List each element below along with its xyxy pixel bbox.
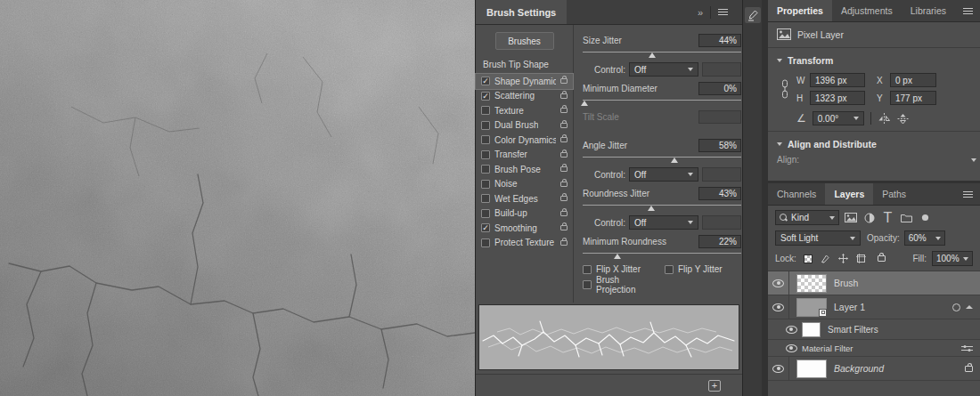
minimum-diameter-value[interactable]: 0% [698,82,741,95]
checkbox[interactable] [583,280,592,289]
visibility-toggle[interactable] [768,271,789,295]
slider-thumb[interactable] [614,254,621,259]
checkbox[interactable] [481,106,490,115]
angle-jitter-value[interactable]: 58% [698,139,741,152]
opacity-dropdown[interactable]: 60% [904,230,945,246]
brush-option-color-dynamics[interactable]: Color Dynamics [476,133,573,148]
lock-position-icon[interactable] [837,253,850,265]
lock-icon[interactable] [560,225,568,230]
slider-thumb[interactable] [648,206,655,211]
size-control-dropdown[interactable]: Off [629,62,698,77]
link-dimensions-icon[interactable] [780,79,789,99]
checkbox[interactable] [481,194,490,203]
lock-icon[interactable] [560,166,568,172]
roundness-jitter-slider[interactable] [583,202,741,212]
brush-option-protect-texture[interactable]: Protect Texture [476,236,573,251]
visibility-toggle[interactable] [780,319,802,339]
roundness-jitter-value[interactable]: 43% [698,187,741,200]
brush-option-wet-edges[interactable]: Wet Edges [476,191,573,206]
visibility-toggle[interactable] [768,295,789,319]
checkbox[interactable] [481,150,490,159]
lock-transparency-icon[interactable] [802,253,814,265]
flip-y-jitter-checkbox[interactable]: Flip Y Jitter [665,264,741,274]
collapse-panel-icon[interactable]: » [698,7,703,18]
angle-control-dropdown[interactable]: Off [629,167,698,182]
checkbox[interactable]: ✓ [481,92,490,101]
panel-menu-icon[interactable] [718,9,728,15]
layer-thumbnail[interactable] [796,298,827,317]
document-canvas[interactable] [0,0,475,396]
tab-libraries[interactable]: Libraries [902,0,955,21]
brush-option-scattering[interactable]: ✓Scattering [476,89,573,104]
brush-option-transfer[interactable]: Transfer [476,148,573,163]
filter-type-layers-icon[interactable]: T [880,210,895,225]
transform-section-header[interactable]: Transform [768,50,980,69]
minimum-roundness-slider[interactable] [583,250,741,260]
height-input[interactable]: 1323 px [810,91,865,105]
minimum-roundness-value[interactable]: 22% [698,235,741,248]
size-jitter-value[interactable]: 44% [698,34,741,47]
brush-settings-panel-icon[interactable] [745,7,761,23]
filter-kind-dropdown[interactable]: Kind [775,210,839,225]
layer-row-background[interactable]: Background [768,357,980,381]
lock-icon[interactable] [560,123,568,128]
lock-icon[interactable] [560,196,568,201]
lock-all-icon[interactable] [873,253,886,265]
checkbox[interactable] [481,238,490,247]
brush-option-shape-dynamics[interactable]: ✓Shape Dynamics [476,74,573,89]
layer-row-layer-1[interactable]: Layer 1 [768,295,980,319]
flip-horizontal-icon[interactable] [878,113,891,124]
lock-icon[interactable] [560,108,568,113]
filter-adjustment-layers-icon[interactable] [862,210,877,225]
filter-group-layers-icon[interactable] [899,210,914,225]
material-filter-row[interactable]: Material Filter [768,340,980,357]
layer-name[interactable]: Layer 1 [834,302,865,312]
y-input[interactable]: 177 px [890,91,936,105]
layer-thumbnail[interactable] [796,360,827,378]
create-new-brush-button[interactable]: + [708,380,721,392]
collapse-filters-icon[interactable] [966,305,973,309]
tab-channels[interactable]: Channels [768,183,825,205]
lock-icon[interactable] [560,93,568,99]
tab-brush-settings[interactable]: Brush Settings [476,0,567,24]
tab-properties[interactable]: Properties [768,0,832,21]
flip-x-jitter-checkbox[interactable]: Flip X Jitter [583,264,659,274]
panel-menu-icon[interactable] [963,8,973,14]
slider-thumb[interactable] [649,53,656,58]
lock-icon[interactable] [560,240,568,246]
layer-thumbnail[interactable] [796,274,827,293]
brush-option-build-up[interactable]: Build-up [476,206,573,222]
checkbox[interactable] [481,121,490,130]
filter-mask-thumbnail[interactable] [802,322,821,337]
filter-name[interactable]: Material Filter [802,343,853,353]
x-input[interactable]: 0 px [890,73,936,87]
layer-row-brush[interactable]: Brush [768,271,980,295]
fill-dropdown[interactable]: 100% [932,251,973,266]
lock-icon[interactable] [560,137,568,142]
flip-vertical-icon[interactable] [897,113,909,125]
brush-option-noise[interactable]: Noise [476,177,573,192]
lock-icon[interactable] [560,152,568,158]
visibility-toggle[interactable] [780,340,802,356]
brush-option-brush-pose[interactable]: Brush Pose [476,162,573,177]
brush-option-texture[interactable]: Texture [476,103,573,118]
minimum-diameter-slider[interactable] [583,97,741,107]
brushes-button[interactable]: Brushes [495,32,554,50]
tab-paths[interactable]: Paths [873,183,915,205]
brush-option-smoothing[interactable]: ✓Smoothing [476,221,573,236]
checkbox[interactable]: ✓ [481,77,490,85]
scroll-more-icon[interactable] [971,158,976,162]
smart-filters-label[interactable]: Smart Filters [828,325,878,335]
lock-icon[interactable] [560,182,568,187]
filter-smart-object-icon[interactable] [918,210,933,225]
tab-layers[interactable]: Layers [825,183,873,205]
rotation-angle-dropdown[interactable]: 0.00° [813,111,864,125]
lock-icon[interactable] [560,78,568,84]
smart-filters-indicator-icon[interactable] [952,303,960,311]
checkbox[interactable] [665,265,674,274]
angle-jitter-slider[interactable] [583,154,741,164]
size-jitter-slider[interactable] [583,49,741,59]
checkbox[interactable] [481,135,490,144]
filter-blending-options-icon[interactable] [961,344,973,352]
layer-name[interactable]: Brush [834,278,858,288]
